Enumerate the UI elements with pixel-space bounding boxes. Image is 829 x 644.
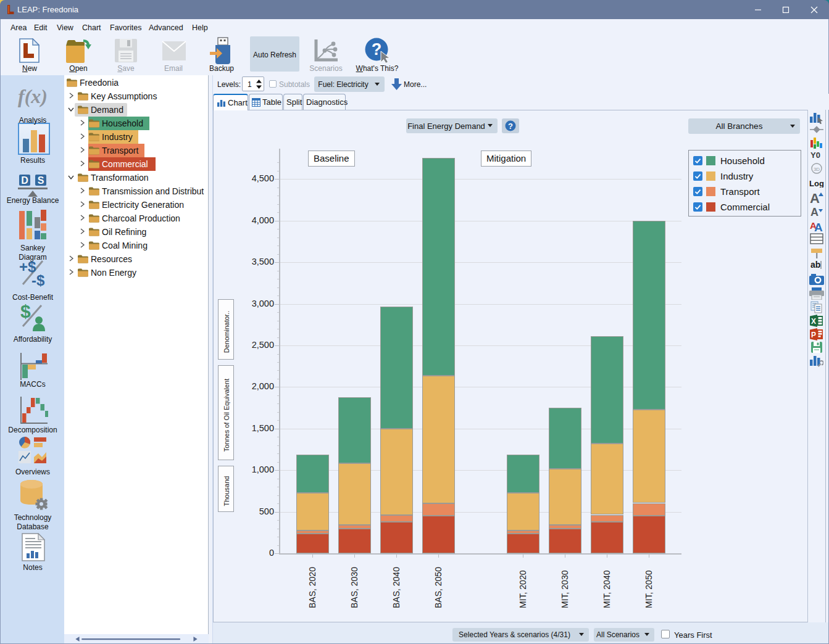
svg-text:ab: ab: [810, 260, 820, 270]
svg-text:P: P: [811, 331, 816, 339]
svg-text:D: D: [21, 175, 28, 186]
svg-text:?: ?: [508, 122, 513, 131]
svg-text:A: A: [814, 221, 823, 232]
svg-text:S: S: [38, 175, 44, 186]
svg-text:?: ?: [372, 40, 382, 59]
svg-text:Log: Log: [809, 179, 824, 188]
svg-text:$: $: [20, 301, 31, 321]
svg-text:A: A: [810, 206, 819, 218]
svg-text:3D: 3D: [814, 167, 820, 172]
svg-text:-$: -$: [31, 272, 45, 288]
svg-text:Y0: Y0: [810, 151, 820, 159]
svg-text:A: A: [810, 191, 820, 205]
svg-text:X: X: [811, 317, 816, 326]
